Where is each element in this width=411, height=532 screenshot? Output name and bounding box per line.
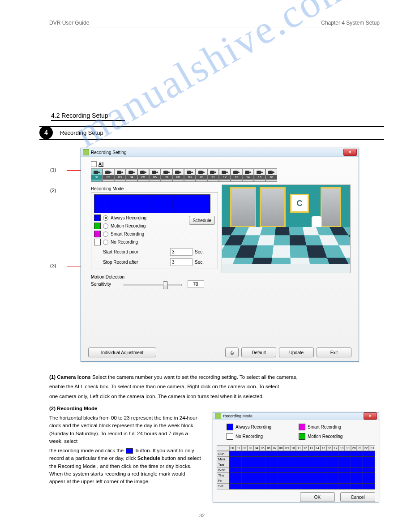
camera-number: 06 <box>150 175 160 180</box>
hour-header-blank <box>217 445 229 451</box>
camera-icon <box>210 170 216 175</box>
legend-always: Always Recording <box>111 215 146 220</box>
default-button[interactable]: Default <box>241 348 276 357</box>
hour-header: 02 <box>241 445 248 451</box>
desc1b: enable the ALL check box. To select more… <box>49 383 384 390</box>
inline-swatch <box>126 448 133 454</box>
radio-always[interactable] <box>103 215 108 221</box>
slider-track <box>124 284 182 286</box>
schedule-button[interactable]: Schedule <box>189 216 215 225</box>
camera-cell-11[interactable]: 11 <box>207 168 219 182</box>
radio-motion[interactable] <box>103 223 108 229</box>
camera-cell-06[interactable]: 06 <box>149 168 161 182</box>
hour-header: 13 <box>308 445 315 451</box>
hour-header: 20 <box>351 445 357 451</box>
start-prior-label: Start Record prior <box>94 249 157 254</box>
schedule-row: Sun <box>217 451 375 456</box>
radio-none[interactable] <box>103 240 108 245</box>
camera-cell-07[interactable]: 07 <box>161 168 172 182</box>
annotation-label-2: (2) <box>50 188 56 193</box>
camera-number: 05 <box>138 175 149 180</box>
camera-cell-13[interactable]: 13 <box>231 168 242 182</box>
stop-after-input[interactable]: 3 <box>170 258 193 266</box>
camera-cell-08[interactable]: 08 <box>172 168 184 182</box>
legend-none: No Recording <box>111 240 138 245</box>
hour-header: 11 <box>296 445 302 451</box>
camera-icon <box>257 170 263 175</box>
camera-number: 04 <box>126 175 137 180</box>
camera-cell-12[interactable]: 12 <box>219 168 231 182</box>
camera-cell-04[interactable]: 04 <box>126 168 137 182</box>
hour-header: 00 <box>229 445 235 451</box>
slider-thumb[interactable] <box>163 281 168 289</box>
camera-number: 02 <box>103 175 114 180</box>
dialog-close-button[interactable]: ✕ <box>364 412 377 420</box>
camera-icon <box>163 170 170 175</box>
schedule-row: Mon <box>217 456 375 462</box>
schedule-row: Fri <box>217 478 375 483</box>
hour-header: 09 <box>284 445 290 451</box>
individual-adjustment-button[interactable]: Individual Adjustment <box>88 348 156 357</box>
close-button[interactable]: ✕ <box>343 149 357 156</box>
hour-header: 05 <box>260 445 266 451</box>
camera-cell-01[interactable]: 01 <box>91 168 103 182</box>
day-label: Sat <box>217 483 229 489</box>
camera-number: 09 <box>184 175 195 180</box>
schedule-row: Thu <box>217 472 375 478</box>
hour-header: 08 <box>278 445 284 451</box>
schedule-row-cells[interactable] <box>229 483 375 489</box>
camera-icon <box>117 170 123 175</box>
bullet-row: 4 Recording Setup <box>39 126 384 140</box>
hour-header: 22 <box>363 445 369 451</box>
motion-detection-label: Motion Detection <box>91 275 351 279</box>
camera-cell-14[interactable]: 14 <box>242 168 254 182</box>
camera-number: 16 <box>266 175 277 180</box>
hour-header: 17 <box>333 445 339 451</box>
header-right: Chapter 4 System Setup <box>321 20 380 26</box>
timeline-grid[interactable] <box>94 194 210 213</box>
hour-header: 15 <box>321 445 327 451</box>
bullet-text: Recording Setup <box>60 129 103 136</box>
ok-button[interactable]: OK <box>300 492 335 502</box>
start-prior-input[interactable]: 3 <box>170 248 193 256</box>
dialog-titlebar: Recording Mode ✕ <box>213 412 379 420</box>
w2-motion: Motion Recording <box>308 434 342 439</box>
sensitivity-slider[interactable] <box>124 280 182 288</box>
hour-header: 18 <box>338 445 345 451</box>
radio-smart[interactable] <box>103 232 108 237</box>
camera-cell-03[interactable]: 03 <box>114 168 126 182</box>
titlebar: Recording Setting ✕ <box>81 148 359 157</box>
swatch-always <box>227 424 233 430</box>
camera-number: 12 <box>219 175 230 180</box>
camera-icon <box>94 170 100 175</box>
schedule-grid[interactable]: 0001020304050607080910111213141516171819… <box>217 445 375 489</box>
update-button[interactable]: Update <box>279 348 314 357</box>
print-button[interactable]: ⎙ <box>225 348 239 357</box>
camera-icon <box>152 170 158 175</box>
camera-cell-05[interactable]: 05 <box>137 168 149 182</box>
camera-cell-10[interactable]: 10 <box>196 168 207 182</box>
cancel-button[interactable]: Cancel <box>340 492 375 502</box>
printer-icon: ⎙ <box>231 350 234 355</box>
sensitivity-value[interactable]: 70 <box>188 280 204 288</box>
schedule-row: Wed <box>217 467 375 472</box>
camera-number: 07 <box>161 175 172 180</box>
all-checkbox[interactable] <box>91 161 97 167</box>
exit-button[interactable]: Exit <box>317 348 351 357</box>
desc2-body: The horizontal blocks from 00 to 23 repr… <box>49 414 201 445</box>
camera-cell-02[interactable]: 02 <box>103 168 114 182</box>
w2-smart: Smart Recording <box>308 425 341 429</box>
recording-setting-window: Recording Setting ✕ All 0102030405060708… <box>81 148 359 362</box>
sensitivity-label: Sensitivity <box>91 282 119 287</box>
camera-preview: C <box>222 184 351 273</box>
stop-after-label: Stop Record after <box>94 260 157 265</box>
swatch-none <box>227 433 233 440</box>
sec-suffix-2: Sec. <box>195 260 204 265</box>
camera-icon <box>128 170 135 175</box>
hour-header: 01 <box>235 445 242 451</box>
camera-cell-15[interactable]: 15 <box>254 168 265 182</box>
header-divider <box>49 27 384 27</box>
camera-number: 03 <box>115 175 125 180</box>
camera-cell-09[interactable]: 09 <box>184 168 196 182</box>
camera-cell-16[interactable]: 16 <box>265 168 277 182</box>
